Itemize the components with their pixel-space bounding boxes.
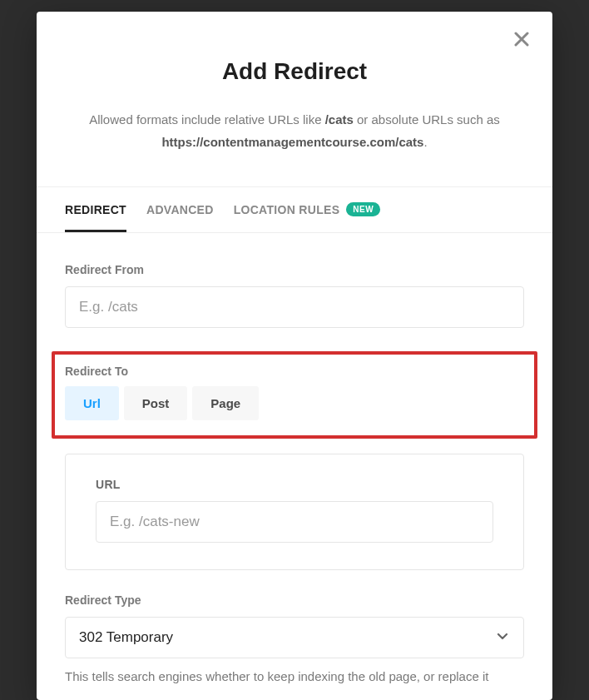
desc-example-path: /cats bbox=[325, 112, 354, 127]
modal-body: Redirect From Redirect To Url Post Page bbox=[37, 233, 552, 687]
redirect-from-label: Redirect From bbox=[65, 263, 524, 276]
url-box: URL bbox=[65, 454, 524, 570]
tab-label: REDIRECT bbox=[65, 203, 126, 216]
redirect-type-label: Redirect Type bbox=[65, 593, 524, 607]
modal-description: Allowed formats include relative URLs li… bbox=[87, 108, 502, 153]
url-input[interactable] bbox=[96, 501, 493, 543]
field-url-box: URL bbox=[65, 454, 524, 570]
redirect-type-help: This tells search engines whether to kee… bbox=[65, 667, 524, 687]
field-redirect-from: Redirect From bbox=[65, 263, 524, 328]
redirect-from-input[interactable] bbox=[65, 286, 524, 328]
field-redirect-type: Redirect Type 302 Temporary This tells s… bbox=[65, 593, 524, 687]
redirect-to-highlight: Redirect To Url Post Page bbox=[52, 351, 537, 439]
tab-bar: REDIRECT ADVANCED LOCATION RULES NEW bbox=[37, 186, 552, 233]
add-redirect-modal: Add Redirect Allowed formats include rel… bbox=[37, 12, 552, 700]
redirect-type-select[interactable]: 302 Temporary bbox=[65, 617, 524, 658]
desc-text: or absolute URLs such as bbox=[354, 112, 500, 127]
tab-label: ADVANCED bbox=[146, 203, 214, 216]
modal-backdrop: Add Redirect Allowed formats include rel… bbox=[0, 0, 589, 700]
segment-label: Page bbox=[210, 396, 240, 410]
redirect-to-type-group: Url Post Page bbox=[65, 386, 524, 420]
modal-header: Add Redirect Allowed formats include rel… bbox=[37, 12, 552, 186]
new-badge: NEW bbox=[346, 202, 380, 216]
select-wrapper: 302 Temporary bbox=[65, 617, 524, 658]
segment-url[interactable]: Url bbox=[65, 386, 119, 420]
desc-example-url: https://contentmanagementcourse.com/cats bbox=[161, 135, 423, 149]
url-label: URL bbox=[96, 478, 493, 491]
segment-post[interactable]: Post bbox=[124, 386, 188, 420]
close-icon[interactable] bbox=[511, 28, 532, 50]
tab-label: LOCATION RULES bbox=[234, 203, 340, 216]
segment-label: Post bbox=[142, 396, 170, 410]
segment-page[interactable]: Page bbox=[192, 386, 259, 420]
tab-location-rules[interactable]: LOCATION RULES NEW bbox=[234, 187, 380, 232]
desc-text: Allowed formats include relative URLs li… bbox=[89, 112, 324, 127]
tab-redirect[interactable]: REDIRECT bbox=[65, 187, 126, 232]
redirect-to-label: Redirect To bbox=[65, 365, 524, 378]
tab-advanced[interactable]: ADVANCED bbox=[146, 187, 214, 232]
desc-text: . bbox=[423, 135, 427, 149]
segment-label: Url bbox=[83, 396, 101, 410]
modal-title: Add Redirect bbox=[87, 58, 502, 85]
